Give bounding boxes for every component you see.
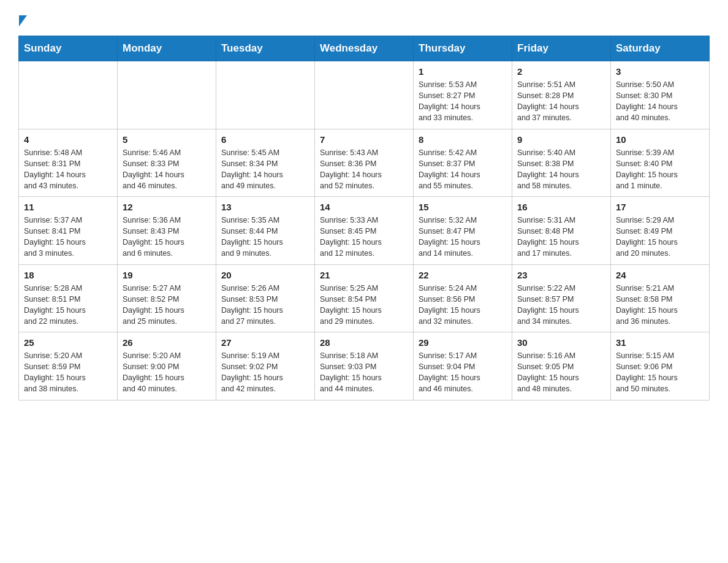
day-number: 15 (419, 202, 507, 212)
day-number: 30 (517, 337, 605, 348)
page-header (18, 12, 710, 23)
day-number: 13 (221, 202, 309, 212)
day-info: Sunrise: 5:24 AM Sunset: 8:56 PM Dayligh… (419, 283, 507, 327)
day-number: 12 (123, 202, 211, 212)
day-number: 28 (320, 337, 408, 348)
calendar-week-3: 11Sunrise: 5:37 AM Sunset: 8:41 PM Dayli… (19, 197, 710, 265)
day-info: Sunrise: 5:35 AM Sunset: 8:44 PM Dayligh… (221, 215, 309, 259)
day-info: Sunrise: 5:32 AM Sunset: 8:47 PM Dayligh… (419, 215, 507, 259)
calendar-cell: 11Sunrise: 5:37 AM Sunset: 8:41 PM Dayli… (19, 197, 118, 265)
weekday-header-saturday: Saturday (611, 36, 710, 61)
calendar-cell: 14Sunrise: 5:33 AM Sunset: 8:45 PM Dayli… (315, 197, 414, 265)
day-info: Sunrise: 5:43 AM Sunset: 8:36 PM Dayligh… (320, 147, 408, 192)
day-number: 22 (419, 270, 507, 280)
day-info: Sunrise: 5:36 AM Sunset: 8:43 PM Dayligh… (123, 215, 211, 259)
day-info: Sunrise: 5:22 AM Sunset: 8:57 PM Dayligh… (517, 283, 605, 327)
calendar-cell: 5Sunrise: 5:46 AM Sunset: 8:33 PM Daylig… (118, 129, 216, 197)
day-info: Sunrise: 5:42 AM Sunset: 8:37 PM Dayligh… (419, 147, 507, 192)
day-info: Sunrise: 5:26 AM Sunset: 8:53 PM Dayligh… (221, 283, 309, 327)
day-info: Sunrise: 5:48 AM Sunset: 8:31 PM Dayligh… (24, 147, 112, 192)
day-info: Sunrise: 5:16 AM Sunset: 9:05 PM Dayligh… (517, 350, 605, 395)
calendar-cell: 22Sunrise: 5:24 AM Sunset: 8:56 PM Dayli… (414, 264, 512, 332)
day-number: 1 (419, 66, 507, 77)
day-info: Sunrise: 5:29 AM Sunset: 8:49 PM Dayligh… (616, 215, 704, 259)
day-number: 7 (320, 134, 408, 145)
day-number: 8 (419, 134, 507, 145)
weekday-header-row: SundayMondayTuesdayWednesdayThursdayFrid… (19, 36, 710, 61)
calendar-cell (315, 61, 414, 129)
calendar-cell: 20Sunrise: 5:26 AM Sunset: 8:53 PM Dayli… (216, 264, 315, 332)
calendar-week-4: 18Sunrise: 5:28 AM Sunset: 8:51 PM Dayli… (19, 264, 710, 332)
calendar-cell: 1Sunrise: 5:53 AM Sunset: 8:27 PM Daylig… (414, 61, 512, 129)
day-info: Sunrise: 5:25 AM Sunset: 8:54 PM Dayligh… (320, 283, 408, 327)
calendar-cell: 21Sunrise: 5:25 AM Sunset: 8:54 PM Dayli… (315, 264, 414, 332)
calendar-cell: 17Sunrise: 5:29 AM Sunset: 8:49 PM Dayli… (611, 197, 710, 265)
calendar-week-2: 4Sunrise: 5:48 AM Sunset: 8:31 PM Daylig… (19, 129, 710, 197)
day-number: 29 (419, 337, 507, 348)
day-number: 25 (24, 337, 112, 348)
day-info: Sunrise: 5:51 AM Sunset: 8:28 PM Dayligh… (517, 79, 605, 124)
day-number: 11 (24, 202, 112, 212)
calendar-cell: 4Sunrise: 5:48 AM Sunset: 8:31 PM Daylig… (19, 129, 118, 197)
calendar-cell: 13Sunrise: 5:35 AM Sunset: 8:44 PM Dayli… (216, 197, 315, 265)
calendar-cell: 7Sunrise: 5:43 AM Sunset: 8:36 PM Daylig… (315, 129, 414, 197)
calendar-cell: 3Sunrise: 5:50 AM Sunset: 8:30 PM Daylig… (611, 61, 710, 129)
day-info: Sunrise: 5:17 AM Sunset: 9:04 PM Dayligh… (419, 350, 507, 395)
logo (18, 12, 28, 23)
calendar-cell: 6Sunrise: 5:45 AM Sunset: 8:34 PM Daylig… (216, 129, 315, 197)
day-number: 19 (123, 270, 211, 280)
calendar-week-5: 25Sunrise: 5:20 AM Sunset: 8:59 PM Dayli… (19, 332, 710, 400)
day-info: Sunrise: 5:39 AM Sunset: 8:40 PM Dayligh… (616, 147, 704, 192)
day-number: 2 (517, 66, 605, 77)
calendar-cell: 29Sunrise: 5:17 AM Sunset: 9:04 PM Dayli… (414, 332, 512, 400)
day-info: Sunrise: 5:20 AM Sunset: 9:00 PM Dayligh… (123, 350, 211, 395)
day-number: 23 (517, 270, 605, 280)
day-info: Sunrise: 5:50 AM Sunset: 8:30 PM Dayligh… (616, 79, 704, 124)
calendar-cell: 25Sunrise: 5:20 AM Sunset: 8:59 PM Dayli… (19, 332, 118, 400)
day-info: Sunrise: 5:20 AM Sunset: 8:59 PM Dayligh… (24, 350, 112, 395)
day-info: Sunrise: 5:15 AM Sunset: 9:06 PM Dayligh… (616, 350, 704, 395)
calendar-cell (118, 61, 216, 129)
calendar-cell: 24Sunrise: 5:21 AM Sunset: 8:58 PM Dayli… (611, 264, 710, 332)
day-number: 26 (123, 337, 211, 348)
logo-triangle-icon (19, 15, 27, 26)
calendar-cell (19, 61, 118, 129)
day-number: 16 (517, 202, 605, 212)
day-info: Sunrise: 5:53 AM Sunset: 8:27 PM Dayligh… (419, 79, 507, 124)
day-info: Sunrise: 5:40 AM Sunset: 8:38 PM Dayligh… (517, 147, 605, 192)
weekday-header-wednesday: Wednesday (315, 36, 414, 61)
calendar-cell: 12Sunrise: 5:36 AM Sunset: 8:43 PM Dayli… (118, 197, 216, 265)
day-info: Sunrise: 5:33 AM Sunset: 8:45 PM Dayligh… (320, 215, 408, 259)
weekday-header-monday: Monday (118, 36, 216, 61)
calendar-cell: 2Sunrise: 5:51 AM Sunset: 8:28 PM Daylig… (512, 61, 611, 129)
calendar-cell: 16Sunrise: 5:31 AM Sunset: 8:48 PM Dayli… (512, 197, 611, 265)
calendar-cell: 26Sunrise: 5:20 AM Sunset: 9:00 PM Dayli… (118, 332, 216, 400)
calendar-table: SundayMondayTuesdayWednesdayThursdayFrid… (18, 36, 710, 400)
day-number: 6 (221, 134, 309, 145)
day-info: Sunrise: 5:18 AM Sunset: 9:03 PM Dayligh… (320, 350, 408, 395)
calendar-cell: 9Sunrise: 5:40 AM Sunset: 8:38 PM Daylig… (512, 129, 611, 197)
day-info: Sunrise: 5:31 AM Sunset: 8:48 PM Dayligh… (517, 215, 605, 259)
day-info: Sunrise: 5:46 AM Sunset: 8:33 PM Dayligh… (123, 147, 211, 192)
calendar-week-1: 1Sunrise: 5:53 AM Sunset: 8:27 PM Daylig… (19, 61, 710, 129)
day-number: 14 (320, 202, 408, 212)
calendar-cell: 23Sunrise: 5:22 AM Sunset: 8:57 PM Dayli… (512, 264, 611, 332)
weekday-header-friday: Friday (512, 36, 611, 61)
day-info: Sunrise: 5:27 AM Sunset: 8:52 PM Dayligh… (123, 283, 211, 327)
calendar-cell: 28Sunrise: 5:18 AM Sunset: 9:03 PM Dayli… (315, 332, 414, 400)
calendar-cell: 15Sunrise: 5:32 AM Sunset: 8:47 PM Dayli… (414, 197, 512, 265)
day-number: 18 (24, 270, 112, 280)
day-number: 17 (616, 202, 704, 212)
calendar-cell: 10Sunrise: 5:39 AM Sunset: 8:40 PM Dayli… (611, 129, 710, 197)
day-info: Sunrise: 5:28 AM Sunset: 8:51 PM Dayligh… (24, 283, 112, 327)
day-number: 21 (320, 270, 408, 280)
calendar-cell: 19Sunrise: 5:27 AM Sunset: 8:52 PM Dayli… (118, 264, 216, 332)
day-number: 20 (221, 270, 309, 280)
calendar-cell: 31Sunrise: 5:15 AM Sunset: 9:06 PM Dayli… (611, 332, 710, 400)
weekday-header-thursday: Thursday (414, 36, 512, 61)
day-info: Sunrise: 5:19 AM Sunset: 9:02 PM Dayligh… (221, 350, 309, 395)
calendar-cell: 30Sunrise: 5:16 AM Sunset: 9:05 PM Dayli… (512, 332, 611, 400)
calendar-cell: 27Sunrise: 5:19 AM Sunset: 9:02 PM Dayli… (216, 332, 315, 400)
day-number: 10 (616, 134, 704, 145)
day-number: 3 (616, 66, 704, 77)
